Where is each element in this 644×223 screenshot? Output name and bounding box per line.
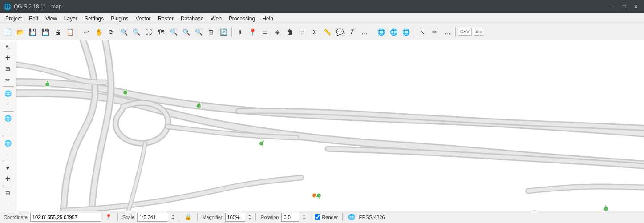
toolbar-button-13[interactable]: 🗺 bbox=[155, 26, 167, 38]
toolbar-button-17[interactable]: ⊞ bbox=[205, 26, 217, 38]
magnifier-spin[interactable]: ▲ ▼ bbox=[248, 214, 251, 221]
toolbar-button-16[interactable]: 🔍 bbox=[193, 26, 204, 38]
toolbar-button-0[interactable]: 📄 bbox=[2, 26, 13, 38]
left-toolbar-button-6[interactable]: · bbox=[2, 100, 14, 110]
menu-item-vector[interactable]: Vector bbox=[132, 13, 154, 24]
coordinate-label: Coordinate bbox=[4, 215, 28, 220]
toolbar-button-32[interactable]: 🌐 bbox=[375, 26, 387, 38]
left-toolbar-button-5[interactable]: 🌐 bbox=[2, 88, 14, 99]
scale-down[interactable]: ▼ bbox=[171, 217, 174, 221]
toolbar-ext-csv[interactable]: CSV bbox=[458, 28, 472, 36]
toolbar-button-37[interactable]: ✏ bbox=[429, 26, 441, 38]
toolbar-button-9[interactable]: ⟳ bbox=[105, 26, 117, 38]
left-toolbar-button-18[interactable]: · bbox=[2, 199, 14, 209]
toolbar-button-2[interactable]: 💾 bbox=[27, 26, 38, 38]
toolbar-button-18[interactable]: 🔄 bbox=[218, 26, 229, 38]
toolbar-button-26[interactable]: Σ bbox=[309, 26, 320, 38]
status-sep-3 bbox=[197, 213, 198, 221]
scale-input[interactable] bbox=[137, 213, 168, 222]
menu-item-view[interactable]: View bbox=[42, 13, 61, 24]
rotation-down[interactable]: ▼ bbox=[302, 217, 305, 221]
left-toolbar-button-1[interactable]: ✚ bbox=[2, 53, 14, 63]
left-toolbar-button-3[interactable]: ✏ bbox=[2, 75, 14, 85]
coordinate-icon[interactable]: 📍 bbox=[105, 214, 112, 220]
toolbar-button-33[interactable]: 🌐 bbox=[388, 26, 399, 38]
left-toolbar-button-8[interactable]: 🌐 bbox=[2, 113, 14, 123]
rotation-up[interactable]: ▲ bbox=[302, 214, 305, 217]
close-button[interactable]: ✕ bbox=[631, 2, 640, 12]
left-toolbar-button-17[interactable]: ⊟ bbox=[2, 188, 14, 198]
rotation-input[interactable] bbox=[281, 213, 299, 222]
maximize-button[interactable]: □ bbox=[619, 2, 629, 12]
menu-item-settings[interactable]: Settings bbox=[81, 13, 107, 24]
toolbar-separator bbox=[373, 27, 373, 37]
menu-item-web[interactable]: Web bbox=[207, 13, 225, 24]
toolbar-button-20[interactable]: ℹ bbox=[234, 26, 246, 38]
scale-up[interactable]: ▲ bbox=[171, 214, 174, 217]
menu-item-database[interactable]: Database bbox=[177, 13, 207, 24]
toolbar-button-14[interactable]: 🔍 bbox=[168, 26, 179, 38]
toolbar-button-23[interactable]: ◈ bbox=[271, 26, 283, 38]
left-toolbar-separator bbox=[2, 86, 14, 87]
toolbar-button-11[interactable]: 🔍 bbox=[130, 26, 142, 38]
toolbar-button-4[interactable]: 🖨 bbox=[52, 26, 63, 38]
left-toolbar-button-12[interactable]: · bbox=[2, 149, 14, 159]
toolbar-button-8[interactable]: ✋ bbox=[93, 26, 105, 38]
toolbar-button-25[interactable]: ≡ bbox=[296, 26, 308, 38]
magnifier-up[interactable]: ▲ bbox=[248, 214, 251, 217]
rotation-label: Rotation bbox=[260, 215, 279, 220]
left-toolbar-button-9[interactable]: · bbox=[2, 124, 14, 135]
lock-icon[interactable]: 🔒 bbox=[185, 214, 192, 220]
toolbar-button-24[interactable]: 🗑 bbox=[284, 26, 296, 38]
map-canvas[interactable]: .road-outer { stroke: #c8c8c8; fill: non… bbox=[16, 40, 644, 211]
toolbar-button-5[interactable]: 📋 bbox=[64, 26, 76, 38]
toolbar-button-22[interactable]: ▭ bbox=[259, 26, 271, 38]
left-toolbar-button-11[interactable]: 🌐 bbox=[2, 138, 14, 148]
toolbar-button-1[interactable]: 📂 bbox=[14, 26, 26, 38]
toolbar-button-21[interactable]: 📍 bbox=[247, 26, 258, 38]
coordinate-input[interactable] bbox=[30, 213, 101, 222]
toolbar-button-12[interactable]: ⛶ bbox=[143, 26, 154, 38]
rotation-spin[interactable]: ▲ ▼ bbox=[302, 214, 305, 221]
menu-item-edit[interactable]: Edit bbox=[25, 13, 42, 24]
toolbar-button-29[interactable]: 𝑻 bbox=[346, 26, 358, 38]
left-toolbar-button-15[interactable]: ✚ bbox=[2, 174, 14, 184]
toolbar-button-36[interactable]: ↖ bbox=[417, 26, 428, 38]
magnifier-down[interactable]: ▼ bbox=[248, 217, 251, 221]
menu-item-layer[interactable]: Layer bbox=[61, 13, 81, 24]
toolbar-button-30[interactable]: … bbox=[359, 26, 370, 38]
menu-item-raster[interactable]: Raster bbox=[154, 13, 177, 24]
left-toolbar-button-14[interactable]: ▼ bbox=[2, 163, 14, 173]
crs-label[interactable]: EPSG:4326 bbox=[359, 215, 385, 220]
menu-item-processing[interactable]: Processing bbox=[225, 13, 259, 24]
window-controls: ─ □ ✕ bbox=[608, 2, 640, 12]
toolbar-separator bbox=[414, 27, 414, 37]
left-toolbar-button-0[interactable]: ↖ bbox=[2, 42, 14, 52]
svg-point-8 bbox=[259, 141, 264, 146]
toolbar-ext-abc[interactable]: abc bbox=[473, 28, 484, 36]
left-toolbar-button-2[interactable]: ⊞ bbox=[2, 64, 14, 74]
status-bar: Coordinate 📍 Scale ▲ ▼ 🔒 Magnifier ▲ ▼ R… bbox=[0, 211, 644, 223]
render-checkbox[interactable] bbox=[315, 214, 320, 220]
scale-label: Scale bbox=[122, 215, 135, 220]
menu-item-project[interactable]: Project bbox=[2, 13, 25, 24]
toolbar-button-3[interactable]: 💾 bbox=[39, 26, 51, 38]
svg-point-19 bbox=[604, 207, 608, 211]
map-svg: .road-outer { stroke: #c8c8c8; fill: non… bbox=[16, 40, 644, 211]
magnifier-input[interactable] bbox=[225, 213, 245, 222]
toolbar-button-34[interactable]: 🌐 bbox=[400, 26, 412, 38]
toolbar-button-28[interactable]: 💬 bbox=[334, 26, 345, 38]
toolbar-button-7[interactable]: ↩ bbox=[81, 26, 92, 38]
crs-icon[interactable]: 🌐 bbox=[348, 214, 355, 220]
toolbar-button-15[interactable]: 🔍 bbox=[180, 26, 192, 38]
toolbar-button-38[interactable]: … bbox=[441, 26, 453, 38]
status-sep-4 bbox=[255, 213, 256, 221]
menu-item-plugins[interactable]: Plugins bbox=[107, 13, 132, 24]
toolbar-button-10[interactable]: 🔍 bbox=[118, 26, 130, 38]
render-checkbox-label[interactable]: Render bbox=[315, 214, 338, 220]
toolbar-button-27[interactable]: 📏 bbox=[321, 26, 333, 38]
menu-item-help[interactable]: Help bbox=[259, 13, 277, 24]
scale-spin[interactable]: ▲ ▼ bbox=[171, 214, 174, 221]
minimize-button[interactable]: ─ bbox=[608, 2, 617, 12]
render-label: Render bbox=[322, 215, 338, 220]
